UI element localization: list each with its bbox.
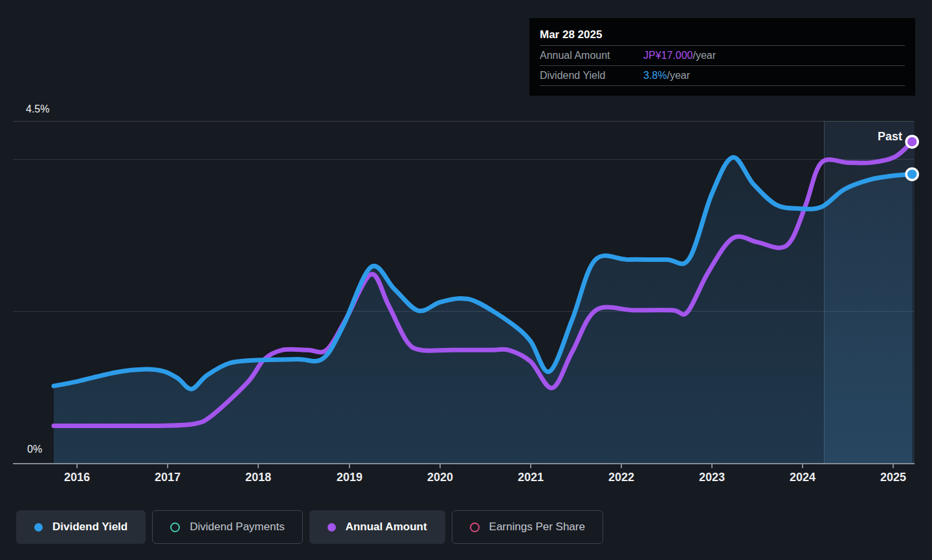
legend-toggle-dividend-payments[interactable]: Dividend Payments [152,510,302,544]
legend-toggle-dividend-yield[interactable]: Dividend Yield [16,510,146,544]
tooltip-suffix: /year [667,70,690,81]
earnings-per-share-ring-icon [470,522,480,532]
dividend-yield-area-fill [54,157,912,464]
past-period-label: Past [878,130,902,144]
tooltip-label: Annual Amount [540,50,643,61]
tooltip-date: Mar 28 2025 [540,25,905,45]
chart-tooltip: Mar 28 2025 Annual Amount JP¥17.000/year… [529,18,915,96]
x-tick-label-2018: 2018 [232,471,284,484]
x-tick-label-2025: 2025 [867,471,919,484]
x-axis-line [13,463,915,464]
legend-label: Dividend Yield [52,521,128,533]
tooltip-value-dividend-yield: 3.8% [643,70,667,81]
x-axis-tick [893,464,894,468]
y-axis-min-label: 0% [27,444,42,455]
tooltip-label: Dividend Yield [540,70,643,81]
legend-label: Earnings Per Share [489,521,585,533]
tooltip-value-annual-amount: JP¥17.000 [643,50,693,61]
x-axis-tick [349,464,350,468]
x-axis-tick [711,464,713,468]
x-tick-label-2021: 2021 [505,471,557,484]
chart-legend: Dividend Yield Dividend Payments Annual … [16,510,603,544]
legend-label: Annual Amount [346,521,427,533]
x-tick-label-2022: 2022 [595,471,647,484]
tooltip-suffix: /year [693,50,716,61]
y-axis-max-label: 4.5% [26,103,49,115]
x-axis-tick [439,464,441,468]
x-tick-label-2016: 2016 [51,471,103,484]
legend-label: Dividend Payments [190,521,284,533]
legend-toggle-earnings-per-share[interactable]: Earnings Per Share [452,510,603,544]
annual-amount-dot-icon [327,523,336,532]
x-axis-tick [530,464,531,468]
x-axis-tick [621,464,622,468]
dividend-yield-dot-icon [34,523,43,532]
x-axis-tick [802,464,803,468]
dividend-history-chart-page: 2016201720182019202020212022202320242025… [0,0,932,560]
x-tick-label-2020: 2020 [414,471,466,484]
x-tick-label-2019: 2019 [324,471,375,484]
x-tick-label-2024: 2024 [777,471,828,484]
dividend-yield-end-marker[interactable] [906,168,918,180]
dividend-payments-ring-icon [170,522,180,532]
x-tick-label-2023: 2023 [686,471,738,484]
tooltip-row-annual-amount: Annual Amount JP¥17.000/year [540,45,905,65]
x-axis-tick [76,464,78,468]
x-axis-tick [258,464,259,468]
annual-amount-end-marker[interactable] [906,136,918,147]
legend-toggle-annual-amount[interactable]: Annual Amount [309,510,445,544]
x-axis-tick [167,464,168,468]
tooltip-row-dividend-yield: Dividend Yield 3.8%/year [540,65,905,86]
x-tick-label-2017: 2017 [142,471,194,484]
